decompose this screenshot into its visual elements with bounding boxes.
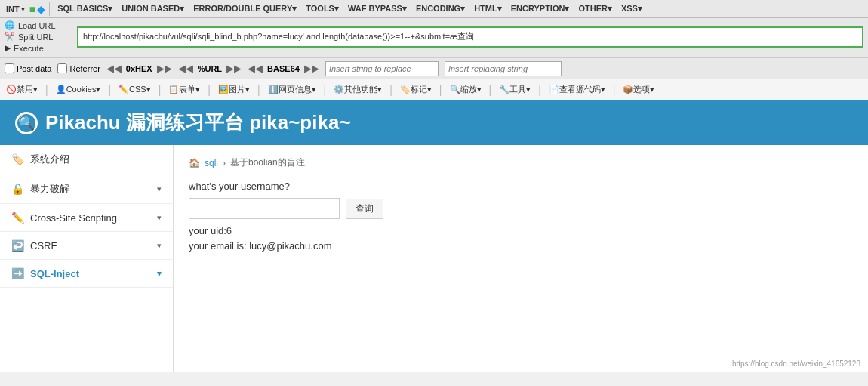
source-btn[interactable]: 📄查看源代码▾ <box>546 82 608 97</box>
sqli-icon: ➡️ <box>11 267 24 279</box>
sep1: | <box>45 84 48 96</box>
execute-icon: ▶ <box>5 43 11 53</box>
brute-chevron: ▾ <box>157 184 162 194</box>
b64-left-arrow[interactable]: ◀◀ <box>248 63 263 74</box>
hex-label: 0xHEX <box>126 64 152 73</box>
int-label: INT <box>6 5 20 14</box>
sep10: | <box>538 84 541 96</box>
int-dropdown[interactable]: INT ▾ <box>3 3 28 15</box>
purl-label: %URL <box>198 64 222 73</box>
intro-left: 🏷️ 系统介绍 <box>11 153 69 166</box>
options-btn[interactable]: 📦选项▾ <box>620 82 657 97</box>
content-footer: https://blog.csdn.net/weixin_41652128 <box>174 356 868 372</box>
images-btn[interactable]: 🖼️图片▾ <box>215 82 253 97</box>
post-data-checkbox[interactable] <box>5 63 14 73</box>
disable-btn[interactable]: 🚫禁用▾ <box>3 82 41 97</box>
base64-option: ◀◀ BASE64 ▶▶ <box>248 63 319 74</box>
insert-replacing-input[interactable] <box>445 61 562 76</box>
purl-right-arrow[interactable]: ▶▶ <box>226 63 242 74</box>
zoom-btn[interactable]: 🔍缩放▾ <box>447 82 485 97</box>
pageinfo-btn[interactable]: ℹ️网页信息▾ <box>265 82 319 97</box>
sidebar-item-intro[interactable]: 🏷️ 系统介绍 <box>0 145 173 174</box>
split-url-icon: ✂️ <box>5 32 15 42</box>
menu-xss[interactable]: XSS▾ <box>617 2 646 15</box>
breadcrumb-home-icon: 🏠 <box>189 158 200 168</box>
menu-other[interactable]: OTHER▾ <box>574 2 616 15</box>
xss-chevron: ▾ <box>157 213 162 223</box>
menu-encoding[interactable]: ENCODING▾ <box>412 2 469 15</box>
split-url-label: Split URL <box>18 32 53 42</box>
url-input-container <box>77 26 863 48</box>
hex-right-arrow[interactable]: ▶▶ <box>157 63 172 74</box>
load-url-icon: 🌐 <box>5 20 15 30</box>
csrf-icon: ↩️ <box>11 239 24 252</box>
sep3: | <box>159 84 162 96</box>
sidebar-item-brute[interactable]: 🔒 暴力破解 ▾ <box>0 174 173 204</box>
username-input[interactable] <box>189 198 340 219</box>
menu-sql-basics[interactable]: SQL BASICS▾ <box>54 2 116 15</box>
purl-left-arrow[interactable]: ◀◀ <box>178 63 193 74</box>
sidebar: 🏷️ 系统介绍 🔒 暴力破解 ▾ ✏️ Cross-Site Scripting… <box>0 145 174 372</box>
referrer-checkbox[interactable] <box>57 63 67 73</box>
result-email: your email is: lucy@pikachu.com <box>189 240 853 252</box>
tools-btn[interactable]: 🔧工具▾ <box>496 82 534 97</box>
intro-label: 系统介绍 <box>30 153 69 166</box>
forms-btn[interactable]: 📋表单▾ <box>165 82 203 97</box>
url-input[interactable] <box>77 26 863 48</box>
sidebar-item-sqli[interactable]: ➡️ SQL-Inject ▾ <box>0 260 173 288</box>
pikachu-logo-icon: 🔍 <box>15 112 38 134</box>
sidebar-item-xss[interactable]: ✏️ Cross-Site Scripting ▾ <box>0 204 173 232</box>
query-button[interactable]: 查询 <box>346 199 383 219</box>
sqli-left: ➡️ SQL-Inject <box>11 267 79 279</box>
percent-url-option: ◀◀ %URL ▶▶ <box>178 63 242 74</box>
csrf-label: CSRF <box>30 240 57 252</box>
insert-string-input[interactable] <box>325 61 439 76</box>
execute-button[interactable]: ▶ Execute <box>5 43 72 53</box>
hex-left-arrow[interactable]: ◀◀ <box>106 63 122 74</box>
form-section: what's your username? 查询 your uid:6 your… <box>189 181 853 252</box>
form-row: 查询 <box>189 198 853 219</box>
sep7: | <box>389 84 392 96</box>
menu-error-double[interactable]: ERROR/DOUBLE QUERY▾ <box>189 2 300 15</box>
post-data-label: Post data <box>17 64 51 73</box>
hex-option: ◀◀ 0xHEX ▶▶ <box>106 63 172 74</box>
main-menu-bar: INT ▾ ■ ◆ SQL BASICS▾ UNION BASED▾ ERROR… <box>0 0 868 18</box>
mark-btn[interactable]: 🏷️标记▾ <box>397 82 435 97</box>
sep5: | <box>257 84 260 96</box>
xss-left: ✏️ Cross-Site Scripting <box>11 212 117 224</box>
sqli-label: SQL-Inject <box>30 268 79 279</box>
menu-encryption[interactable]: ENCRYPTION▾ <box>507 2 574 15</box>
sep9: | <box>489 84 492 96</box>
pikachu-header: 🔍 Pikachu 漏洞练习平台 pika~pika~ <box>0 100 868 145</box>
menu-tools[interactable]: TOOLS▾ <box>302 2 343 15</box>
url-section: 🌐 Load URL ✂️ Split URL ▶ Execute <box>0 18 868 58</box>
intro-icon: 🏷️ <box>11 153 24 165</box>
b64-right-arrow[interactable]: ▶▶ <box>304 63 319 74</box>
csrf-chevron: ▾ <box>157 241 162 251</box>
divider <box>49 2 50 16</box>
menu-waf-bypass[interactable]: WAF BYPASS▾ <box>344 2 411 15</box>
sep2: | <box>108 84 111 96</box>
split-url-button[interactable]: ✂️ Split URL <box>5 32 72 42</box>
referrer-option[interactable]: Referrer <box>57 63 100 73</box>
sidebar-item-csrf[interactable]: ↩️ CSRF ▾ <box>0 232 173 260</box>
sep11: | <box>613 84 616 96</box>
blue-dot: ◆ <box>37 3 45 15</box>
other-btn[interactable]: ⚙️其他功能▾ <box>331 82 385 97</box>
menu-html[interactable]: HTML▾ <box>470 2 506 15</box>
pikachu-title: Pikachu 漏洞练习平台 pika~pika~ <box>45 110 351 136</box>
load-url-button[interactable]: 🌐 Load URL <box>5 20 72 30</box>
execute-label: Execute <box>14 44 44 53</box>
xss-label: Cross-Site Scripting <box>30 212 117 224</box>
sep4: | <box>208 84 211 96</box>
load-url-label: Load URL <box>18 21 56 30</box>
cookies-btn[interactable]: 👤Cookies▾ <box>53 83 104 96</box>
post-data-option[interactable]: Post data <box>5 63 51 73</box>
menu-union-based[interactable]: UNION BASED▾ <box>118 2 188 15</box>
int-chevron: ▾ <box>21 5 25 13</box>
footer-text: https://blog.csdn.net/weixin_41652128 <box>732 360 860 368</box>
breadcrumb-sqli[interactable]: sqli <box>205 158 218 168</box>
xss-icon: ✏️ <box>11 212 24 224</box>
breadcrumb-sep: › <box>223 158 226 168</box>
css-btn[interactable]: ✏️CSS▾ <box>115 83 154 96</box>
